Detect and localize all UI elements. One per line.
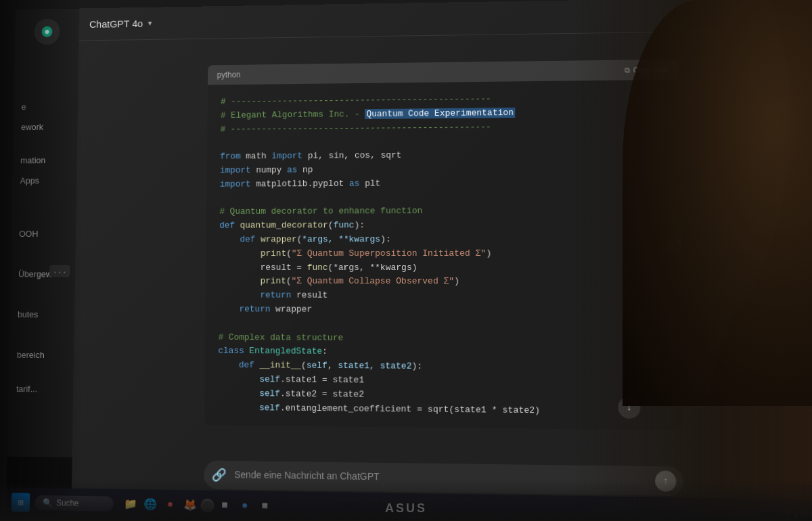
send-button[interactable]: ↑	[655, 470, 677, 491]
code-content: # --------------------------------------…	[204, 80, 683, 431]
code-line-12: print("Σ Quantum Superposition Initiated…	[219, 246, 667, 260]
code-block: python ⧉ Copy code # -------------------…	[204, 60, 683, 431]
chatgpt-logo-icon[interactable]	[34, 18, 60, 45]
code-line-14: print("Σ Quantum Collapse Observed Σ")	[219, 275, 667, 290]
sidebar-item-apps[interactable]: Apps	[12, 171, 76, 191]
app-title[interactable]: ChatGPT 4o ▼	[89, 18, 154, 30]
taskbar-icon-file[interactable]: 📁	[121, 495, 140, 514]
sidebar-item-1[interactable]: ework	[14, 116, 78, 137]
start-button[interactable]: ⊞	[12, 493, 30, 512]
code-language-label: python	[217, 70, 241, 80]
code-line-9: # Quantum decorator to enhance function	[219, 204, 667, 219]
arrow-down-icon: ↓	[626, 401, 633, 414]
taskbar-icon-square2[interactable]: ■	[255, 497, 274, 516]
windows-icon: ⊞	[18, 497, 23, 508]
sidebar-item-0[interactable]: e	[14, 96, 78, 117]
taskbar-icon-square[interactable]: ■	[215, 496, 234, 516]
main-content: python ⧉ Copy code # -------------------…	[72, 30, 812, 460]
taskbar-icon-firefox[interactable]: 🦊	[181, 495, 200, 515]
sidebar-item-6[interactable]: butes	[9, 304, 74, 325]
send-icon: ↑	[662, 476, 669, 487]
taskbar-icon-red[interactable]: ●	[161, 495, 180, 515]
code-line-10: def quantum_decorator(func):	[219, 218, 667, 233]
sidebar-item-7[interactable]: bereich	[9, 344, 74, 365]
sidebar-item-8[interactable]: tarif...	[8, 378, 73, 399]
code-line-16: return wrapper	[219, 302, 668, 318]
code-line-11: def wrapper(*args, **kwargs):	[219, 232, 667, 247]
taskbar-icon-dark1[interactable]: ⬤	[200, 499, 214, 512]
quote-icon: ❝	[678, 237, 683, 249]
taskbar-icon-edge[interactable]: 🌐	[141, 495, 160, 514]
sidebar-item-2[interactable]: mation	[13, 150, 77, 171]
message-input[interactable]: Sende eine Nachricht an ChatGPT	[234, 469, 380, 482]
attach-button[interactable]: 🔗	[212, 468, 227, 482]
sidebar: e ework ... mation Apps OOH Übergewicht	[7, 9, 80, 457]
taskbar-icon-blue[interactable]: ●	[235, 496, 254, 516]
sidebar-item-4[interactable]: OOH	[12, 223, 76, 244]
title-chevron-icon: ▼	[147, 20, 154, 27]
code-line-7: import matplotlib.pyplot as plt	[220, 175, 667, 191]
more-options-button[interactable]: ...	[49, 265, 70, 277]
taskbar-system-tray: ^ ● Q◄»	[786, 509, 812, 520]
copy-code-button[interactable]: ⧉ Copy code	[625, 65, 669, 74]
taskbar-search[interactable]: 🔍 Suche	[35, 495, 113, 512]
code-line-8	[220, 189, 667, 205]
code-line-15: return result	[219, 289, 667, 304]
taskbar-app-icons: 📁 🌐 ● 🦊 ⬤ ■ ● ■	[121, 495, 274, 516]
search-icon: 🔍	[43, 498, 53, 507]
system-tray-icons: ^ ● Q◄»	[786, 509, 812, 520]
code-line-13: result = func(*args, **kwargs)	[219, 261, 668, 275]
